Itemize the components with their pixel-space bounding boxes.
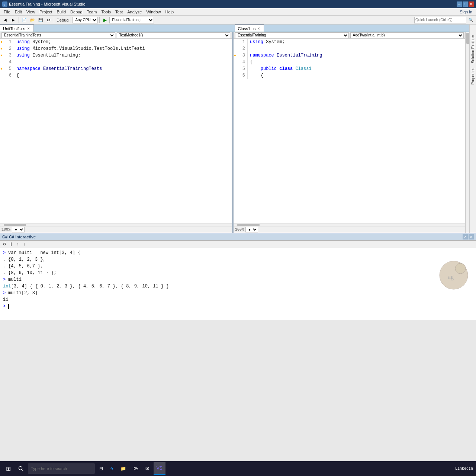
code-line-1: ◆ 1 using System; xyxy=(0,39,232,45)
panel-reset-btn[interactable]: ↺ xyxy=(1,241,7,247)
right-line-num-1: 1 xyxy=(237,39,248,45)
right-line-num-4: 4 xyxy=(237,59,248,65)
tab-class1-close[interactable]: ✕ xyxy=(257,26,261,31)
line-num-5: 5 xyxy=(3,65,14,72)
left-zoom-select[interactable]: ▼ xyxy=(12,227,25,232)
main-editor-area: UnitTest1.cs ✕ Class1.cs ✕ xyxy=(0,25,476,233)
repl-input-line[interactable]: > xyxy=(3,303,473,310)
right-code-line-6: 6 { xyxy=(234,72,465,79)
repl-line-6: int[3, 4] { { 0, 1, 2, 3 }, { 4, 5, 6, 7… xyxy=(3,283,473,290)
menu-edit[interactable]: Edit xyxy=(13,9,24,15)
panel-pause-btn[interactable]: ‖ xyxy=(8,241,14,247)
search-button[interactable] xyxy=(15,462,26,475)
toolbar-save-btn[interactable]: 💾 xyxy=(37,17,44,23)
svg-point-4 xyxy=(455,263,466,274)
repl-line-5: > multi xyxy=(3,276,473,283)
toolbar-back-btn[interactable]: ◀ xyxy=(1,17,9,23)
tab-class1[interactable]: Class1.cs ✕ xyxy=(235,25,264,32)
run-button[interactable]: ▶ xyxy=(101,17,109,23)
right-zoom-select[interactable]: ▼ xyxy=(245,227,258,232)
right-code-line-3: ◆ 3 namespace EssentialTraining xyxy=(234,52,465,59)
minimize-button[interactable]: ─ xyxy=(457,1,462,7)
menu-build[interactable]: Build xyxy=(55,9,68,15)
right-line-content-4: { xyxy=(250,59,465,65)
menu-help[interactable]: Help xyxy=(163,9,176,15)
platform-select[interactable]: Any CPU xyxy=(73,17,98,23)
menu-window[interactable]: Window xyxy=(144,9,163,15)
toolbar-save-all-btn[interactable]: 🗂 xyxy=(45,17,52,23)
editor-tab-row: UnitTest1.cs ✕ Class1.cs ✕ xyxy=(0,25,476,32)
code-line-4: 4 xyxy=(0,59,232,65)
properties-tab[interactable]: Properties xyxy=(470,65,476,87)
right-zoom-bar: 100% ▼ xyxy=(234,226,465,233)
toolbar-new-btn[interactable]: 📄 xyxy=(20,17,28,23)
repl-line-3: . {4, 5, 6,7 }, xyxy=(3,263,473,270)
quick-launch-input[interactable] xyxy=(414,17,466,23)
left-editor-code[interactable]: ◆ 1 using System; ◆ 2 using Microsoft.Vi… xyxy=(0,39,232,223)
left-tab-container: UnitTest1.cs ✕ xyxy=(0,25,235,32)
panel-close-btn[interactable]: ✕ xyxy=(469,234,474,239)
tab-unittest1[interactable]: UnitTest1.cs ✕ xyxy=(0,25,34,32)
project-select[interactable]: EssentialTraining xyxy=(109,17,154,23)
panel-up-btn[interactable]: ↑ xyxy=(15,241,21,247)
toolbar-forward-btn[interactable]: ▶ xyxy=(10,17,17,23)
code-line-6: 6 { xyxy=(0,72,232,79)
edge-button[interactable]: e xyxy=(107,462,116,475)
task-view-button[interactable]: ⊟ xyxy=(96,462,106,475)
file-explorer-button[interactable]: 📁 xyxy=(118,462,129,475)
search-icon-btn[interactable]: 🔍 xyxy=(467,17,475,23)
right-editor-code[interactable]: 1 using System; 2 ◆ 3 namespace Essentia… xyxy=(234,39,465,223)
start-button[interactable]: ⊞ xyxy=(3,462,14,475)
right-indicator-1 xyxy=(234,39,237,45)
menu-tools[interactable]: Tools xyxy=(99,9,113,15)
repl-line-4: . {8, 9, 10, 11 } }; xyxy=(3,270,473,276)
taskbar-search-input[interactable] xyxy=(28,463,95,474)
repl-content[interactable]: > var multi = new int[3, 4] { . {0, 1, 2… xyxy=(0,248,476,320)
line-num-1: 1 xyxy=(3,39,14,45)
tab-unittest1-close[interactable]: ✕ xyxy=(27,26,30,31)
right-line-content-2 xyxy=(250,45,465,52)
left-nav-class-select[interactable]: EssentialTrainingTests xyxy=(1,32,115,38)
panel-controls: ↗ ✕ xyxy=(463,234,474,239)
solution-explorer-tab[interactable]: Solution Explorer xyxy=(470,33,476,65)
panel-down-btn[interactable]: ↓ xyxy=(22,241,28,247)
vs-icon: V xyxy=(2,1,7,7)
title-bar-left: V EssentialTraining - Microsoft Visual S… xyxy=(2,1,457,7)
right-line-content-6: { xyxy=(250,72,465,79)
menu-file[interactable]: File xyxy=(1,9,13,15)
toolbar-divider-3 xyxy=(71,17,71,23)
sign-in-link[interactable]: Sign in xyxy=(457,9,475,15)
right-code-line-1: 1 using System; xyxy=(234,39,465,45)
right-nav-class-select[interactable]: EssentialTraining xyxy=(235,32,349,38)
menu-view[interactable]: View xyxy=(24,9,38,15)
menu-analyze[interactable]: Analyze xyxy=(125,9,144,15)
indicator-2: ◆ xyxy=(0,45,3,52)
repl-line-2: . {0, 1, 2, 3 }, xyxy=(3,256,473,263)
left-zoom-bar: 100% ▼ xyxy=(0,226,232,233)
menu-team[interactable]: Team xyxy=(85,9,99,15)
left-nav-method-select[interactable]: TestMethod1() xyxy=(117,32,231,38)
mail-button[interactable]: ✉ xyxy=(142,462,152,475)
watermark-icon: ag xyxy=(439,260,469,290)
left-hscroll-thumb xyxy=(4,224,26,226)
panel-float-btn[interactable]: ↗ xyxy=(463,234,468,239)
menu-project[interactable]: Project xyxy=(37,9,54,15)
store-button[interactable]: 🛍 xyxy=(131,462,141,475)
vs-taskbar-button[interactable]: VS xyxy=(154,462,165,475)
close-button[interactable]: ✕ xyxy=(469,1,474,7)
right-code-line-2: 2 xyxy=(234,45,465,52)
toolbar-open-btn[interactable]: 📂 xyxy=(29,17,36,23)
right-code-line-5: 5 public class Class1 xyxy=(234,65,465,72)
right-line-content-3: namespace EssentialTraining xyxy=(250,52,465,59)
right-nav-method-select[interactable]: AddTwo(int a, int b) xyxy=(350,32,464,38)
menu-debug[interactable]: Debug xyxy=(68,9,84,15)
right-vscrollbar[interactable] xyxy=(466,32,469,233)
right-editor-hscroll[interactable] xyxy=(234,223,465,226)
restore-button[interactable]: □ xyxy=(463,1,468,7)
side-strip xyxy=(469,25,476,32)
right-line-num-5: 5 xyxy=(237,65,248,72)
menu-test[interactable]: Test xyxy=(113,9,125,15)
line-content-2: using Microsoft.VisualStudio.TestTools.U… xyxy=(16,45,232,52)
code-line-2: ◆ 2 using Microsoft.VisualStudio.TestToo… xyxy=(0,45,232,52)
left-editor-hscroll[interactable] xyxy=(0,223,232,226)
